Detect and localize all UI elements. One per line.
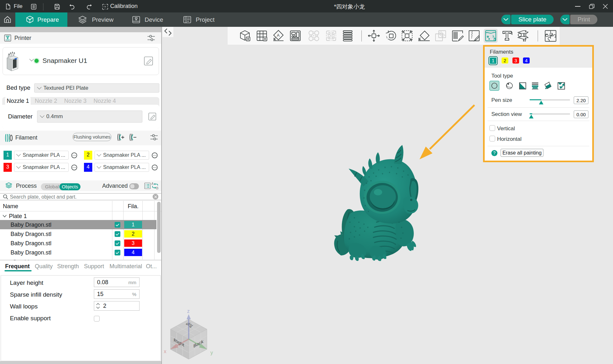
- svg-text:A: A: [151, 182, 154, 186]
- svg-text:A: A: [277, 33, 280, 38]
- svg-text:z: z: [187, 308, 190, 314]
- svg-text:x: x: [164, 349, 166, 354]
- svg-text:B: B: [156, 186, 158, 190]
- svg-text:y: y: [210, 350, 213, 355]
